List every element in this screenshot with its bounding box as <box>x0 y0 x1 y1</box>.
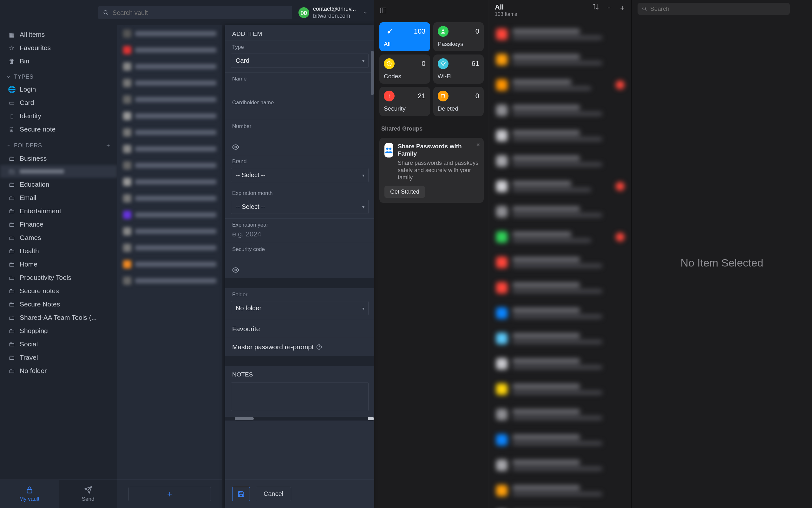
list-item[interactable] <box>117 157 222 174</box>
folder-item[interactable]: 🗀Social <box>0 338 117 351</box>
vault-item-list[interactable]: ＋ <box>117 25 222 508</box>
folder-item[interactable]: 🗀Business <box>0 152 117 165</box>
type-card[interactable]: ▭Card <box>0 96 117 109</box>
folder-item[interactable]: 🗀Travel <box>0 351 117 364</box>
detail-search-input[interactable] <box>650 5 785 12</box>
horizontal-scrollbar[interactable] <box>225 417 374 421</box>
list-item[interactable] <box>489 199 631 224</box>
add-folder-button[interactable]: ＋ <box>105 142 111 149</box>
folder-item[interactable]: 🗀Education <box>0 178 117 191</box>
list-item[interactable] <box>489 174 631 199</box>
sort-button[interactable] <box>592 3 599 13</box>
list-item[interactable] <box>117 75 222 91</box>
favourite-toggle[interactable]: Favourite <box>225 320 374 338</box>
list-item[interactable] <box>117 141 222 157</box>
category-tile-codes[interactable]: 0Codes <box>379 54 430 84</box>
list-item[interactable] <box>489 47 631 72</box>
brand-select[interactable]: -- Select -- <box>231 168 369 182</box>
detail-search[interactable] <box>637 3 790 15</box>
add-button[interactable]: ＋ <box>619 3 626 13</box>
tab-my-vault[interactable]: My vault <box>0 480 59 508</box>
search-input[interactable] <box>113 9 288 16</box>
folder-item[interactable]: 🗀Email <box>0 191 117 204</box>
folder-item[interactable]: 🗀Secure notes <box>0 284 117 298</box>
name-input[interactable] <box>225 83 374 96</box>
folder-item-selected[interactable]: 🗀 <box>0 165 117 178</box>
list-item[interactable] <box>117 223 222 240</box>
types-header[interactable]: TYPES <box>0 68 117 83</box>
list-item[interactable] <box>489 275 631 300</box>
type-login[interactable]: 🌐Login <box>0 83 117 96</box>
list-item[interactable] <box>489 478 631 503</box>
tab-send[interactable]: Send <box>59 480 117 508</box>
list-item[interactable] <box>117 174 222 190</box>
list-item[interactable] <box>489 503 631 508</box>
list-item[interactable] <box>117 124 222 141</box>
folder-item[interactable]: 🗀Health <box>0 244 117 258</box>
type-note[interactable]: 🗎Secure note <box>0 123 117 136</box>
add-item-button[interactable]: ＋ <box>128 487 211 501</box>
list-item[interactable] <box>489 224 631 250</box>
number-input[interactable] <box>225 131 374 143</box>
list-item[interactable] <box>489 123 631 148</box>
close-icon[interactable]: × <box>476 141 480 148</box>
list-item[interactable] <box>489 300 631 326</box>
list-item[interactable] <box>489 351 631 377</box>
list-item[interactable] <box>117 207 222 223</box>
folder-item[interactable]: 🗀Productivity Tools <box>0 271 117 284</box>
list-item[interactable] <box>489 148 631 174</box>
folder-item[interactable]: 🗀Entertainment <box>0 204 117 218</box>
category-tile-all[interactable]: 103All <box>379 22 430 51</box>
toggle-number-visibility[interactable] <box>225 143 374 155</box>
category-tile-wi-fi[interactable]: 61Wi-Fi <box>433 54 484 84</box>
list-item[interactable] <box>489 250 631 275</box>
notes-textarea[interactable] <box>231 382 369 411</box>
help-icon[interactable] <box>316 344 322 350</box>
cardholder-input[interactable] <box>225 107 374 120</box>
category-tile-passkeys[interactable]: 0Passkeys <box>433 22 484 51</box>
list-item[interactable] <box>489 22 631 47</box>
list-item[interactable] <box>117 190 222 207</box>
folder-item[interactable]: 🗀Shared-AA Team Tools (... <box>0 311 117 324</box>
chevron-down-icon[interactable] <box>607 3 611 13</box>
list-item[interactable] <box>117 58 222 75</box>
nav-bin[interactable]: 🗑 Bin <box>0 54 117 68</box>
list-item[interactable] <box>117 91 222 108</box>
list-item[interactable] <box>489 326 631 351</box>
security-code-input[interactable] <box>225 254 374 266</box>
list-item[interactable] <box>117 272 222 289</box>
folders-header[interactable]: FOLDERS ＋ <box>0 136 117 152</box>
list-item[interactable] <box>117 240 222 256</box>
folder-select[interactable]: No folder <box>231 301 369 315</box>
exp-year-input[interactable]: e.g. 2024 <box>225 229 374 243</box>
type-identity[interactable]: ▯Identity <box>0 109 117 123</box>
exp-month-select[interactable]: -- Select -- <box>231 200 369 214</box>
folder-item[interactable]: 🗀Finance <box>0 218 117 231</box>
type-select[interactable]: Card <box>231 53 369 68</box>
list-item[interactable] <box>117 108 222 124</box>
list-item[interactable] <box>489 427 631 453</box>
list-item[interactable] <box>117 25 222 42</box>
folder-item[interactable]: 🗀Shopping <box>0 324 117 338</box>
list-item[interactable] <box>117 256 222 272</box>
nav-favourites[interactable]: ☆ Favourites <box>0 41 117 54</box>
list-item[interactable] <box>489 377 631 402</box>
save-button[interactable] <box>232 487 250 501</box>
category-tile-security[interactable]: 21Security <box>379 87 430 116</box>
list-item[interactable] <box>489 72 631 98</box>
cancel-button[interactable]: Cancel <box>256 487 291 501</box>
folder-item[interactable]: 🗀Secure Notes <box>0 298 117 311</box>
get-started-button[interactable]: Get Started <box>384 186 425 198</box>
nav-all-items[interactable]: ▦ All items <box>0 28 117 41</box>
sidebar-toggle-icon[interactable] <box>379 7 387 14</box>
folder-item[interactable]: 🗀Games <box>0 231 117 244</box>
search-vault[interactable] <box>98 6 292 19</box>
folder-item[interactable]: 🗀No folder <box>0 364 117 377</box>
master-password-reprompt[interactable]: Master password re-prompt <box>225 338 374 356</box>
scrollbar[interactable] <box>371 51 374 95</box>
folder-item[interactable]: 🗀Home <box>0 258 117 271</box>
account-switcher[interactable]: DB contact@dhruv... bitwarden.com <box>299 6 368 19</box>
list-item[interactable] <box>117 42 222 58</box>
category-tile-deleted[interactable]: 0Deleted <box>433 87 484 116</box>
toggle-code-visibility[interactable] <box>225 266 374 278</box>
